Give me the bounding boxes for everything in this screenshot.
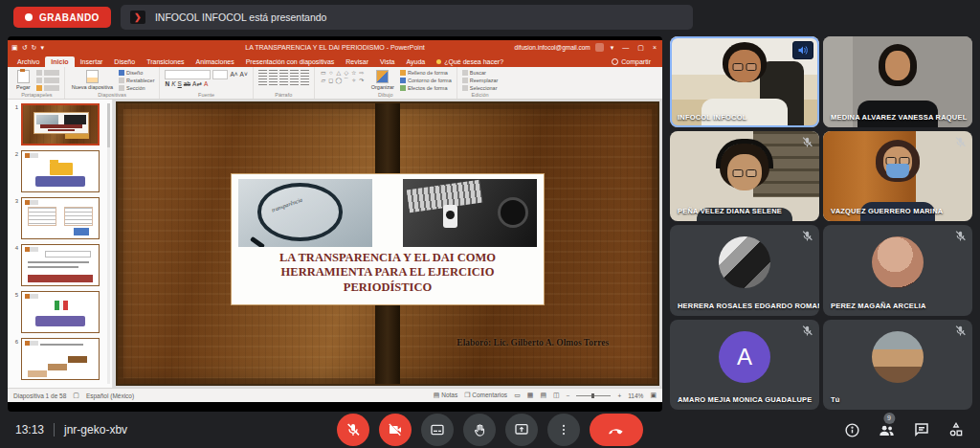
mic-toggle-button[interactable] bbox=[337, 414, 369, 446]
participant-tile-herrera[interactable]: HERRERA ROSALES EDGARDO ROMAN bbox=[670, 225, 819, 316]
tell-me-box[interactable]: ¿Qué desea hacer? bbox=[431, 56, 509, 67]
account-avatar[interactable] bbox=[595, 43, 604, 52]
tab-revisar[interactable]: Revisar bbox=[340, 56, 374, 67]
slide-thumbnail-3[interactable]: 3 bbox=[10, 197, 102, 239]
comments-toggle[interactable]: ❐ Comentarios bbox=[464, 392, 507, 399]
indent-decrease-button[interactable] bbox=[279, 70, 288, 77]
qat-customize-icon[interactable]: ▾ bbox=[40, 44, 44, 51]
shape-outline-button[interactable]: Contorno de forma bbox=[400, 78, 452, 83]
activities-button[interactable] bbox=[947, 421, 965, 438]
save-icon[interactable]: ▣ bbox=[11, 44, 18, 51]
char-spacing-button[interactable]: A⇄ bbox=[192, 81, 202, 88]
language-status[interactable]: Español (México) bbox=[86, 392, 134, 399]
bold-button[interactable]: N bbox=[165, 81, 169, 88]
tab-archivo[interactable]: Archivo bbox=[11, 56, 45, 67]
layout-button[interactable]: Diseño bbox=[119, 70, 154, 76]
participant-tile-amaro[interactable]: A AMARO MEJIA MONICA GUADALUPE bbox=[670, 320, 819, 411]
slide-editor-pane[interactable]: transparência LA TRANSPARENCIA Y EL DAI … bbox=[113, 100, 662, 388]
line-spacing-button[interactable] bbox=[301, 70, 309, 77]
zoom-slider[interactable] bbox=[576, 395, 611, 396]
numbering-button[interactable] bbox=[269, 70, 278, 77]
grow-font-icon[interactable]: A˄ bbox=[230, 72, 237, 78]
justify-button[interactable] bbox=[290, 78, 299, 85]
replace-button[interactable]: Reemplazar bbox=[462, 78, 499, 83]
slide-thumbnail-5[interactable]: 5 bbox=[10, 291, 102, 333]
slide-sorter-view-icon[interactable]: ▦ bbox=[527, 392, 534, 399]
minimize-icon[interactable]: — bbox=[620, 44, 631, 51]
participant-tile-perez[interactable]: PEREZ MAGAÑA ARCELIA bbox=[823, 225, 972, 316]
meeting-details-button[interactable] bbox=[844, 422, 860, 438]
reading-view-icon[interactable]: ▤ bbox=[540, 392, 546, 399]
align-center-button[interactable] bbox=[269, 78, 278, 85]
zoom-out-button[interactable]: − bbox=[567, 392, 570, 399]
zoom-in-button[interactable]: + bbox=[617, 392, 621, 399]
people-panel-button[interactable]: 9 bbox=[878, 421, 896, 439]
participant-tile-vazquez[interactable]: VAZQUEZ GUERRERO MARINA bbox=[823, 131, 972, 222]
participant-tile-medina[interactable]: MEDINA ALVAREZ VANESSA RAQUEL bbox=[823, 36, 972, 127]
tab-transiciones[interactable]: Transiciones bbox=[141, 56, 189, 67]
quick-access-toolbar[interactable]: ▣ ↺ ↻ ▾ bbox=[11, 44, 44, 51]
participant-tile-pena[interactable]: PEÑA VELEZ DIANA SELENE bbox=[670, 131, 819, 222]
participant-tile-self[interactable]: Tú bbox=[823, 320, 972, 411]
tab-diseno[interactable]: Diseño bbox=[108, 56, 141, 67]
slide-thumbnail-6[interactable]: 6 bbox=[10, 338, 102, 380]
align-right-button[interactable] bbox=[279, 78, 288, 85]
select-button[interactable]: Seleccionar bbox=[462, 85, 499, 91]
slide-thumbnail-4[interactable]: 4 bbox=[10, 244, 102, 286]
tab-ayuda[interactable]: Ayuda bbox=[400, 56, 431, 67]
restore-icon[interactable]: ▢ bbox=[635, 44, 646, 52]
bullets-button[interactable] bbox=[258, 70, 267, 77]
normal-view-icon[interactable]: ▭ bbox=[514, 392, 521, 399]
undo-icon[interactable]: ↺ bbox=[22, 44, 28, 51]
more-options-button[interactable] bbox=[547, 414, 580, 446]
close-icon[interactable]: × bbox=[651, 44, 658, 51]
thumbnail-scrollbar[interactable] bbox=[107, 103, 110, 384]
shared-screen[interactable]: ▣ ↺ ↻ ▾ LA TRANSPARENCIA Y EL DAI PERIOD… bbox=[8, 36, 662, 412]
participant-tile-infocol[interactable]: INFOCOL INFOCOL bbox=[670, 36, 819, 127]
align-left-button[interactable] bbox=[258, 78, 267, 85]
indent-increase-button[interactable] bbox=[290, 70, 299, 77]
fit-to-window-icon[interactable]: ▣ bbox=[650, 392, 657, 399]
tab-animaciones[interactable]: Animaciones bbox=[190, 56, 240, 67]
tab-insertar[interactable]: Insertar bbox=[75, 56, 109, 67]
shrink-font-icon[interactable]: A˅ bbox=[240, 72, 248, 78]
end-call-button[interactable] bbox=[590, 414, 643, 446]
raise-hand-button[interactable] bbox=[463, 414, 496, 446]
strikethrough-button[interactable]: ab bbox=[184, 81, 190, 88]
format-painter-button[interactable] bbox=[36, 85, 59, 91]
slide-thumbnail-2[interactable]: 2 bbox=[10, 150, 102, 192]
paste-button[interactable]: Pegar bbox=[14, 69, 33, 91]
font-color-button[interactable]: A bbox=[204, 81, 208, 88]
cut-button[interactable] bbox=[36, 70, 59, 76]
columns-button[interactable] bbox=[301, 78, 309, 85]
shape-effects-button[interactable]: Efectos de forma bbox=[400, 85, 452, 91]
shapes-gallery[interactable]: ▭○△◇☆⇨ ▱◻◯⌒✧↷ bbox=[320, 69, 366, 84]
arrange-button[interactable]: Organizar bbox=[369, 69, 396, 91]
tab-vista[interactable]: Vista bbox=[374, 56, 400, 67]
ribbon-options-icon[interactable]: ▾ bbox=[609, 44, 616, 52]
accessibility-icon: ▢ bbox=[73, 392, 79, 399]
ppt-share-button[interactable]: Compartir bbox=[604, 56, 658, 67]
new-slide-button[interactable]: Nueva diapositiva bbox=[70, 69, 115, 91]
captions-button[interactable] bbox=[421, 414, 454, 446]
ribbon-group-parrafo: Párrafo bbox=[254, 67, 315, 99]
chat-panel-button[interactable] bbox=[913, 421, 930, 438]
tab-presentacion[interactable]: Presentación con diapositivas bbox=[240, 56, 341, 67]
reset-button[interactable]: Restablecer bbox=[119, 78, 154, 83]
underline-button[interactable]: S bbox=[178, 81, 182, 88]
copy-button[interactable] bbox=[36, 78, 59, 83]
font-name-box[interactable] bbox=[165, 70, 211, 79]
shape-fill-button[interactable]: Relleno de forma bbox=[400, 70, 452, 76]
slideshow-view-icon[interactable]: ◫ bbox=[553, 392, 560, 399]
zoom-level[interactable]: 114% bbox=[628, 392, 643, 399]
font-size-box[interactable] bbox=[212, 70, 228, 79]
present-screen-button[interactable] bbox=[505, 414, 538, 446]
section-button[interactable]: Sección bbox=[119, 85, 154, 91]
tab-inicio[interactable]: Inicio bbox=[45, 56, 74, 67]
redo-icon[interactable]: ↻ bbox=[32, 44, 37, 51]
find-button[interactable]: Buscar bbox=[462, 70, 499, 76]
notes-toggle[interactable]: ▤ Notas bbox=[434, 392, 457, 399]
italic-button[interactable]: K bbox=[171, 81, 175, 88]
camera-toggle-button[interactable] bbox=[379, 414, 412, 446]
slide-thumbnail-1[interactable]: 1 bbox=[10, 103, 102, 146]
